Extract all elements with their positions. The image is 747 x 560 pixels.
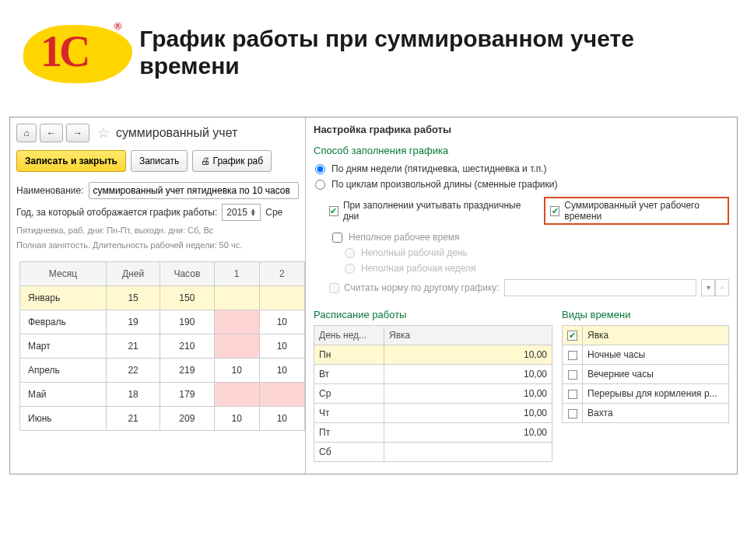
name-label: Наименование:: [16, 185, 84, 196]
logo-1c: 1C ®: [23, 16, 128, 89]
app-window: ⌂ ← → ☆ суммированный учет Записать и за…: [9, 117, 738, 474]
document-title: суммированный учет: [116, 126, 237, 140]
radio-by-cycles[interactable]: По циклам произвольной длины (сменные гр…: [314, 177, 729, 192]
year-label: Год, за который отображается график рабо…: [16, 207, 217, 218]
norm-schedule-input: [504, 279, 696, 296]
col-attendance: Явка: [384, 326, 552, 345]
schedule-desc-line1: Пятидневка, раб. дни: Пн-Пт, выходн. дни…: [10, 223, 305, 238]
schedule-row[interactable]: Вт10,00: [314, 365, 552, 384]
name-input[interactable]: [89, 182, 299, 199]
schedule-row[interactable]: Ср10,00: [314, 384, 552, 404]
back-button[interactable]: ←: [40, 124, 63, 142]
time-types-grid[interactable]: ✔ЯвкаНочные часыВечерние часыПерерывы дл…: [562, 325, 729, 423]
radio-part-week: Неполная рабочая неделя: [343, 261, 729, 276]
print-schedule-button[interactable]: 🖨 График раб: [192, 150, 272, 172]
fill-method-title: Способ заполнения графика: [314, 145, 729, 156]
months-col-header: Месяц: [20, 261, 107, 285]
time-types-title: Виды времени: [562, 309, 729, 320]
table-row[interactable]: Июнь212091010: [20, 406, 305, 430]
save-button[interactable]: Записать: [131, 150, 188, 172]
col-weekday: День нед...: [314, 326, 384, 345]
settings-panel-title: Настройка графика работы: [314, 124, 729, 135]
save-and-close-button[interactable]: Записать и закрыть: [16, 150, 126, 172]
table-row[interactable]: Апрель222191010: [20, 358, 305, 382]
checkmark-icon: ✔: [329, 206, 338, 216]
time-type-row[interactable]: ✔Явка: [563, 326, 729, 345]
schedule-row[interactable]: Пт10,00: [314, 423, 552, 443]
months-col-header: Дней: [106, 261, 160, 285]
schedule-desc-line2: Полная занятость. Длительность рабочей н…: [10, 238, 305, 253]
table-row[interactable]: Май18179: [20, 382, 305, 406]
months-col-header: Часов: [160, 261, 214, 285]
check-norm-other: [329, 283, 339, 293]
radio-part-day: Неполный рабочий день: [343, 245, 729, 261]
table-row[interactable]: Февраль1919010: [20, 310, 305, 334]
time-type-row[interactable]: Вечерние часы: [563, 365, 729, 384]
schedule-row[interactable]: Чт10,00: [314, 404, 552, 423]
checkmark-icon: ✔: [550, 206, 559, 216]
check-parttime[interactable]: Неполное рабочее время: [331, 229, 729, 245]
check-holidays[interactable]: ✔ При заполнении учитывать праздничные д…: [329, 200, 521, 222]
months-table[interactable]: МесяцДнейЧасов12 Январь15150Февраль19190…: [19, 261, 305, 431]
time-type-row[interactable]: Перерывы для кормления р...: [563, 384, 729, 404]
favorite-star-icon[interactable]: ☆: [97, 124, 110, 142]
time-type-row[interactable]: Вахта: [563, 404, 729, 423]
months-col-header: 1: [214, 261, 259, 285]
norm-open-icon: ▫: [715, 279, 729, 296]
year-spinner-icon[interactable]: ▲▼: [250, 208, 256, 216]
schedule-row[interactable]: Сб: [314, 443, 552, 462]
months-col-header: 2: [259, 261, 304, 285]
table-row[interactable]: Март2121010: [20, 334, 305, 358]
norm-dropdown-icon: ▾: [701, 279, 715, 296]
norm-label: Считать норму по другому графику:: [344, 282, 500, 293]
schedule-title: Расписание работы: [314, 309, 552, 320]
slide-title: График работы при суммированном учете вр…: [139, 26, 716, 79]
year-input[interactable]: 2015 ▲▼: [222, 204, 261, 221]
time-type-row[interactable]: Ночные часы: [563, 345, 729, 365]
forward-button[interactable]: →: [66, 124, 89, 142]
radio-by-weekdays[interactable]: По дням недели (пятидневка, шестидневка …: [314, 161, 729, 177]
schedule-grid[interactable]: День нед... Явка Пн10,00Вт10,00Ср10,00Чт…: [314, 325, 552, 462]
table-row[interactable]: Январь15150: [20, 285, 305, 310]
avg-label-cut: Сре: [265, 207, 282, 218]
check-summarized-highlighted[interactable]: ✔ Суммированный учет рабочего времени: [544, 197, 729, 225]
schedule-row[interactable]: Пн10,00: [314, 345, 552, 365]
home-button[interactable]: ⌂: [16, 124, 37, 142]
